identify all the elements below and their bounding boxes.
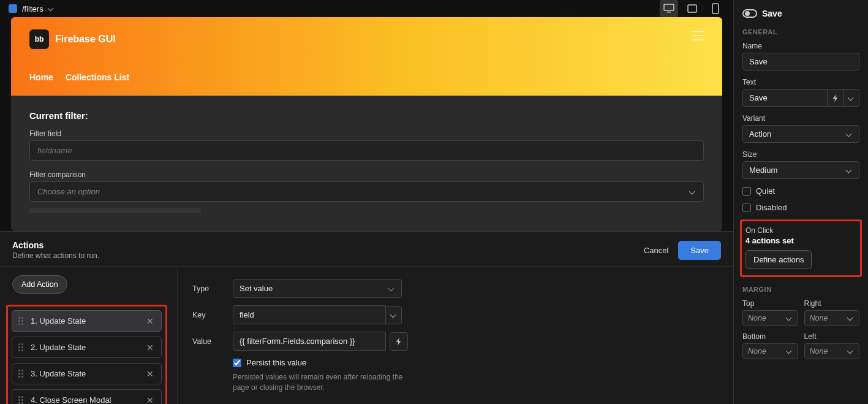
variant-label: Variant [742,114,859,123]
chevron-down-icon [847,167,853,173]
svg-rect-1 [667,12,671,13]
define-actions-button[interactable]: Define actions [745,250,812,269]
inspector-component-name: Save [762,9,782,18]
brand-name: Firebase GUI [55,34,116,45]
margin-bottom-select[interactable]: None [742,343,798,359]
chevron-down-icon [391,312,397,318]
section-general: GENERAL [742,28,859,36]
button-component-icon [742,9,757,18]
margin-right-select[interactable]: None [804,310,860,326]
action-item-label: 1. Update State [31,316,145,326]
svg-rect-2 [688,5,696,12]
margin-bottom-value: None [748,347,766,356]
size-label: Size [742,150,859,159]
action-item[interactable]: 4. Close Screen Modal ✕ [12,389,162,404]
topbar: /filters [0,0,733,17]
preview-canvas: bb Firebase GUI Home Collections List Cu… [11,17,722,231]
filter-comparison-placeholder: Choose an option [37,187,100,196]
bolt-icon [831,94,840,102]
drag-handle-icon[interactable] [18,317,25,325]
filter-comparison-label: Filter comparison [29,170,704,179]
cancel-button[interactable]: Cancel [634,241,678,260]
chevron-down-icon [389,286,395,292]
nav-home[interactable]: Home [29,72,53,82]
margin-right-label: Right [804,299,860,308]
prop-type-value: Set value [240,284,273,293]
prop-value-input[interactable]: {{ filterForm.Fields.comparison }} [233,332,386,351]
name-label: Name [742,42,859,50]
variant-select[interactable]: Action [742,125,859,143]
add-action-button[interactable]: Add Action [12,275,67,294]
action-item-label: 2. Update State [31,343,145,352]
text-input[interactable] [742,89,828,107]
prop-value-label: Value [192,337,233,346]
prop-value-value: {{ filterForm.Fields.comparison }} [240,337,355,346]
device-tablet-button[interactable] [683,0,701,17]
drag-handle-icon[interactable] [18,343,25,351]
size-value: Medium [749,166,777,175]
bolt-icon [394,337,403,346]
persist-description: Persisted values will remain even after … [233,372,417,393]
onclick-highlight: On Click 4 actions set Define actions [740,219,862,277]
quiet-label: Quiet [756,186,775,196]
size-select[interactable]: Medium [742,161,859,179]
action-item[interactable]: 1. Update State ✕ [12,310,162,332]
chevron-down-icon [848,315,854,321]
actions-title: Actions [12,240,634,250]
brand-logo: bb [29,29,49,49]
breadcrumb[interactable]: /filters [22,4,43,13]
remove-action-icon[interactable]: ✕ [145,396,155,405]
prop-type-select[interactable]: Set value [233,279,402,298]
remove-action-icon[interactable]: ✕ [145,317,155,326]
action-item-label: 4. Close Screen Modal [31,395,145,404]
chevron-down-icon [787,315,793,321]
persist-label: Persist this value [246,358,306,367]
margin-left-value: None [810,347,828,356]
prop-key-label: Key [192,311,233,319]
collapsed-section-stub [29,208,201,213]
drag-handle-icon[interactable] [18,370,25,378]
margin-left-label: Left [804,332,860,341]
onclick-status: 4 actions set [745,236,856,245]
inspector-panel: Save GENERAL Name Text Variant Action [733,0,868,404]
action-item[interactable]: 3. Update State ✕ [12,363,162,384]
prop-key-dropdown-button[interactable] [386,306,402,324]
remove-action-icon[interactable]: ✕ [145,343,155,352]
disabled-checkbox[interactable] [742,204,751,212]
margin-top-label: Top [742,299,798,308]
text-binding-button[interactable] [828,89,843,107]
name-input[interactable] [742,53,859,71]
save-button[interactable]: Save [678,241,721,260]
chevron-down-icon [848,95,855,101]
actions-panel: Actions Define what actions to run. Canc… [0,231,733,404]
margin-left-select[interactable]: None [804,343,860,359]
prop-value-binding-button[interactable] [390,332,408,351]
device-desktop-button[interactable] [660,0,678,17]
chevron-down-icon[interactable] [48,6,55,12]
chevron-down-icon [690,189,696,195]
action-list-highlight: 1. Update State ✕ 2. Update State ✕ 3. U… [6,305,167,404]
filter-comparison-select[interactable]: Choose an option [29,181,704,202]
text-dropdown-button[interactable] [843,89,859,107]
margin-top-select[interactable]: None [742,310,798,326]
svg-rect-3 [712,4,719,13]
section-margin: MARGIN [742,286,859,293]
drag-handle-icon[interactable] [18,396,25,404]
action-item[interactable]: 2. Update State ✕ [12,337,162,358]
persist-checkbox[interactable] [233,359,241,367]
nav-collections-list[interactable]: Collections List [66,72,129,82]
actions-subtitle: Define what actions to run. [12,251,634,260]
action-item-label: 3. Update State [31,369,145,378]
preview-header: bb Firebase GUI Home Collections List [11,17,722,96]
chevron-down-icon [848,348,854,354]
menu-icon[interactable] [692,31,704,40]
device-mobile-button[interactable] [706,0,725,17]
filter-field-label: Filter field [29,129,704,138]
chevron-down-icon [847,131,853,137]
filter-field-input[interactable] [29,140,704,161]
prop-key-value: field [240,310,254,319]
prop-key-select[interactable]: field [233,305,386,324]
quiet-checkbox[interactable] [742,187,751,196]
remove-action-icon[interactable]: ✕ [145,370,155,378]
text-label: Text [742,78,859,86]
